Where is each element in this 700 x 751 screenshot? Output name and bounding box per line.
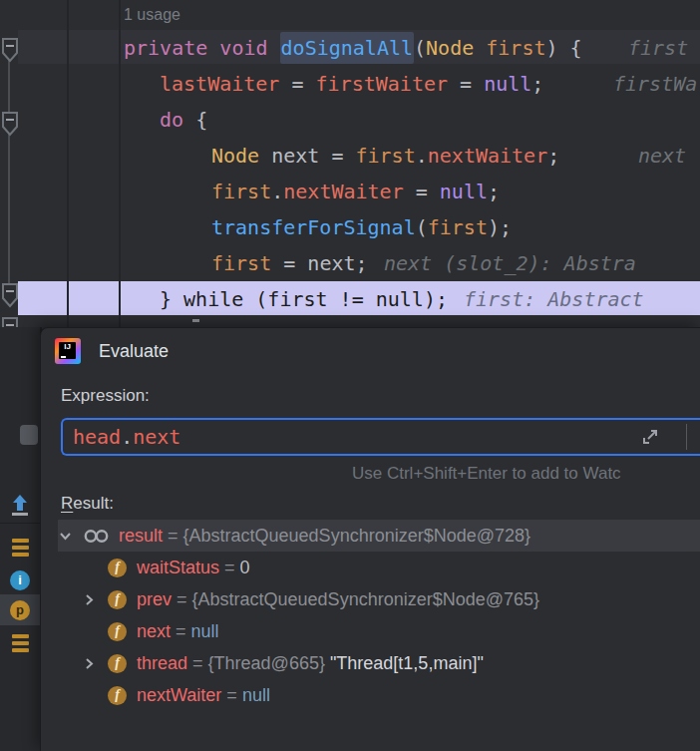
chevron-right-icon[interactable] xyxy=(82,592,96,606)
debugger-inline-hint: first xyxy=(628,30,688,66)
chevron-placeholder xyxy=(82,561,96,574)
tree-row-result[interactable]: result = {AbstractQueuedSynchronizer$Nod… xyxy=(58,520,700,552)
evaluate-dialog: IJ Evaluate Expression: head.next Use Ct… xyxy=(40,327,700,751)
menu-icon[interactable] xyxy=(0,532,40,563)
left-tool-stripe: i p xyxy=(0,327,42,751)
stripe-divider xyxy=(0,523,40,524)
equals-sign: = xyxy=(219,558,240,578)
chevron-down-icon[interactable] xyxy=(58,529,72,543)
menu-icon[interactable] xyxy=(0,627,40,658)
ide-root: { "palette": { "editor_bg": "#2B2D30", "… xyxy=(0,0,700,751)
variable-name: waitStatus xyxy=(137,558,219,578)
equals-sign: = xyxy=(221,685,242,706)
intellij-logo-icon: IJ xyxy=(55,338,81,364)
field-separator xyxy=(686,424,687,450)
dialog-header[interactable]: IJ Evaluate xyxy=(55,337,169,365)
expression-label: Expression: xyxy=(61,386,150,406)
code-editor: 1 usage private void doSignalAll(Node fi… xyxy=(0,0,700,327)
debugger-inline-hint: firstWa xyxy=(613,66,697,102)
code-line[interactable]: first.nextWaiter = null; xyxy=(211,174,500,209)
tree-row-thread[interactable]: fthread = {Thread@665} "Thread[t1,5,main… xyxy=(58,647,700,679)
variable-name: nextWaiter xyxy=(137,685,221,706)
variable-value: {Thread@665} xyxy=(208,653,325,674)
fold-toggle-icon[interactable] xyxy=(1,38,19,64)
debugger-inline-hint: first: Abstract xyxy=(464,281,644,317)
code-line[interactable]: first = next; xyxy=(211,245,368,281)
variable-name: next xyxy=(137,621,171,642)
variable-value: null xyxy=(242,685,270,706)
debugger-inline-hint: next (slot_2): Abstra xyxy=(384,245,636,281)
expand-icon[interactable] xyxy=(639,426,661,448)
gutter-separator xyxy=(67,0,69,327)
tree-row-prev[interactable]: fprev = {AbstractQueuedSynchronizer$Node… xyxy=(58,583,700,615)
watches-hint-text: Use Ctrl+Shift+Enter to add to Watc xyxy=(352,464,700,484)
chevron-right-icon[interactable] xyxy=(82,656,96,670)
gutter-separator xyxy=(119,0,121,327)
equals-sign: = xyxy=(171,621,191,642)
field-icon: f xyxy=(108,559,127,577)
fold-region-line xyxy=(8,60,10,285)
variable-name: thread xyxy=(137,653,187,674)
tree-row-next[interactable]: fnext = null xyxy=(58,615,700,647)
partially-covered-line xyxy=(192,319,199,322)
equals-sign: = xyxy=(172,589,192,610)
variable-name: result xyxy=(119,526,163,547)
field-icon: f xyxy=(108,686,127,705)
fold-toggle-icon[interactable] xyxy=(1,112,19,138)
code-line[interactable]: lastWaiter = firstWaiter = null; xyxy=(160,66,543,102)
show-execution-point-icon[interactable] xyxy=(0,489,40,520)
code-line[interactable]: transferForSignal(first); xyxy=(211,209,512,245)
variable-name: prev xyxy=(137,589,172,610)
expression-value[interactable]: head.next xyxy=(73,420,180,454)
equals-sign: = xyxy=(163,526,183,547)
variable-value: {AbstractQueuedSynchronizer$Node@765} xyxy=(192,589,540,610)
chevron-placeholder xyxy=(82,624,96,638)
field-icon: f xyxy=(108,622,127,641)
scrollbar-thumb[interactable] xyxy=(20,425,38,445)
variable-value: {AbstractQueuedSynchronizer$Node@728} xyxy=(183,526,531,547)
variable-string-value: "Thread[t1,5,main]" xyxy=(325,653,484,674)
watch-icon xyxy=(84,529,109,544)
chevron-placeholder xyxy=(82,688,96,702)
equals-sign: = xyxy=(187,653,208,674)
expression-input[interactable]: head.next xyxy=(61,418,700,456)
debugger-inline-hint: next xyxy=(638,138,686,174)
field-icon: f xyxy=(108,590,127,609)
parameter-icon[interactable]: p xyxy=(0,594,40,625)
info-icon[interactable]: i xyxy=(0,564,40,595)
code-line[interactable]: Node next = first.nextWaiter; xyxy=(211,138,559,174)
tree-row-nextWaiter[interactable]: fnextWaiter = null xyxy=(58,679,700,711)
dialog-title: Evaluate xyxy=(99,341,169,362)
code-line[interactable]: private void doSignalAll(Node first) { xyxy=(124,30,582,66)
variable-value: null xyxy=(191,621,219,642)
code-line[interactable]: do { xyxy=(160,102,207,138)
variable-value: 0 xyxy=(240,558,250,578)
code-line-execution-point[interactable]: } while (first != null); xyxy=(160,281,448,317)
field-icon: f xyxy=(108,654,127,673)
tree-row-waitStatus[interactable]: fwaitStatus = 0 xyxy=(58,552,700,583)
fold-toggle-icon[interactable] xyxy=(1,283,19,309)
usages-inlay[interactable]: 1 usage xyxy=(124,0,180,30)
result-label: Result: xyxy=(61,494,114,514)
